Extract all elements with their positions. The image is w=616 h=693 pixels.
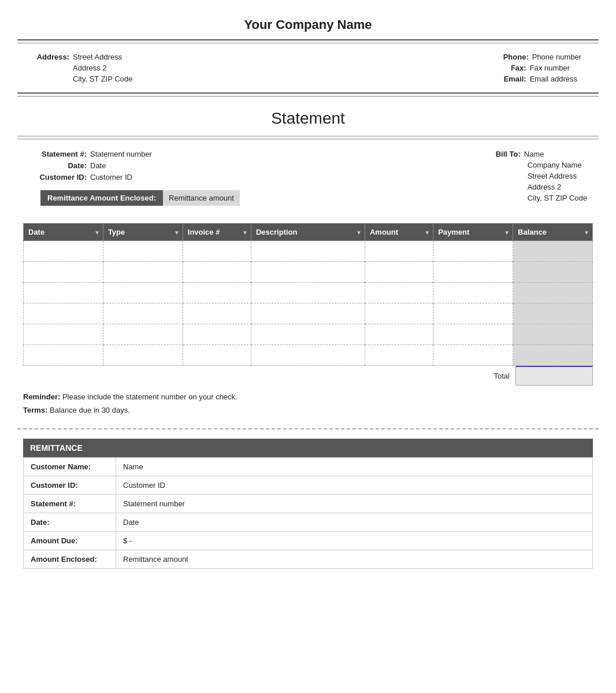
remittance-header: REMITTANCE bbox=[23, 439, 593, 457]
address-row: Address: Street Address bbox=[35, 53, 132, 61]
remit-customer-name-row: Customer Name: Name bbox=[24, 458, 593, 476]
company-address-block: Address: Street Address Address 2 City, … bbox=[35, 53, 132, 83]
cell-date-0 bbox=[24, 241, 103, 262]
cell-balance-1 bbox=[513, 262, 593, 283]
table-row bbox=[24, 283, 593, 303]
cell-date-5 bbox=[24, 345, 103, 366]
remit-statement-value: Statement number bbox=[116, 495, 593, 513]
col-header-type[interactable]: Type ▼ bbox=[103, 224, 183, 241]
statement-table: Date ▼ Type ▼ Invoice # ▼ Description ▼ … bbox=[23, 223, 593, 366]
remit-customer-name-label: Customer Name: bbox=[24, 458, 116, 476]
col-header-balance[interactable]: Balance ▼ bbox=[513, 224, 593, 241]
statement-date-value: Date bbox=[90, 161, 106, 170]
remit-amount-enclosed-label: Amount Enclosed: bbox=[24, 550, 116, 569]
city-row: City, ST ZIP Code bbox=[35, 75, 132, 83]
cell-balance-5 bbox=[513, 345, 593, 366]
cell-description-4 bbox=[251, 324, 365, 345]
bill-to-block: Bill To: Name Company Name Street Addres… bbox=[496, 150, 587, 206]
customer-id-row: Customer ID: Customer ID bbox=[29, 173, 251, 181]
terms-value: Balance due in 30 days. bbox=[50, 406, 130, 414]
total-row: Total bbox=[23, 366, 593, 386]
remit-customer-id-label: Customer ID: bbox=[24, 476, 116, 495]
phone-label: Phone: bbox=[503, 53, 529, 61]
table-row bbox=[24, 324, 593, 345]
cell-date-1 bbox=[24, 262, 103, 283]
customer-id-label: Customer ID: bbox=[29, 173, 87, 181]
remit-customer-id-value: Customer ID bbox=[116, 476, 593, 495]
address2-row: Address 2 bbox=[35, 64, 132, 72]
balance-sort-icon[interactable]: ▼ bbox=[584, 229, 589, 235]
address2-value: Address 2 bbox=[73, 64, 107, 72]
cell-balance-3 bbox=[513, 303, 593, 324]
remittance-table: Customer Name: Name Customer ID: Custome… bbox=[23, 457, 593, 569]
company-contact-block: Phone: Phone number Fax: Fax number Emai… bbox=[503, 53, 581, 83]
statement-table-section: Date ▼ Type ▼ Invoice # ▼ Description ▼ … bbox=[23, 223, 593, 386]
customer-id-value: Customer ID bbox=[90, 173, 132, 181]
statement-meta: Statement #: Statement number Date: Date… bbox=[17, 142, 599, 212]
cell-invoice-2 bbox=[183, 283, 251, 303]
cell-date-4 bbox=[24, 324, 103, 345]
bill-to-label: Bill To: bbox=[496, 150, 521, 158]
cell-description-2 bbox=[251, 283, 365, 303]
type-sort-icon[interactable]: ▼ bbox=[174, 229, 180, 235]
cell-type-2 bbox=[103, 283, 183, 303]
cell-invoice-4 bbox=[183, 324, 251, 345]
remittance-amount-label: Remittance Amount Enclosed: bbox=[40, 190, 163, 206]
cell-type-0 bbox=[103, 241, 183, 262]
city-state-zip-value: City, ST ZIP Code bbox=[73, 75, 132, 83]
col-header-date[interactable]: Date ▼ bbox=[24, 224, 103, 241]
remit-amount-due-row: Amount Due: $ - bbox=[24, 532, 593, 550]
cell-description-3 bbox=[251, 303, 365, 324]
date-sort-icon[interactable]: ▼ bbox=[94, 229, 100, 235]
col-header-invoice[interactable]: Invoice # ▼ bbox=[183, 224, 251, 241]
remittance-amount-row: Remittance Amount Enclosed: Remittance a… bbox=[40, 190, 240, 206]
desc-sort-icon[interactable]: ▼ bbox=[356, 229, 362, 235]
remit-customer-name-value: Name bbox=[116, 458, 593, 476]
cell-payment-5 bbox=[433, 345, 513, 366]
cell-type-4 bbox=[103, 324, 183, 345]
cell-date-2 bbox=[24, 283, 103, 303]
bill-to-label-row: Bill To: Name bbox=[496, 150, 544, 158]
cell-amount-4 bbox=[365, 324, 433, 345]
cell-amount-0 bbox=[365, 241, 433, 262]
reminder-section: Reminder: Please include the statement n… bbox=[17, 386, 599, 424]
cell-type-1 bbox=[103, 262, 183, 283]
cell-payment-4 bbox=[433, 324, 513, 345]
reminder-text: Reminder: Please include the statement n… bbox=[23, 392, 593, 401]
bill-to-company: Company Name bbox=[496, 161, 582, 169]
address-label: Address: bbox=[35, 53, 69, 61]
col-header-description[interactable]: Description ▼ bbox=[251, 224, 365, 241]
fax-row: Fax: Fax number bbox=[503, 64, 581, 72]
statement-date-label: Date: bbox=[29, 161, 87, 170]
statement-number-row: Statement #: Statement number bbox=[29, 150, 251, 158]
remit-date-label: Date: bbox=[24, 513, 116, 532]
terms-label: Terms: bbox=[23, 406, 47, 414]
amount-sort-icon[interactable]: ▼ bbox=[424, 229, 430, 235]
bill-to-address2: Address 2 bbox=[496, 183, 562, 191]
fax-label: Fax: bbox=[503, 64, 526, 72]
cell-amount-2 bbox=[365, 283, 433, 303]
col-header-payment[interactable]: Payment ▼ bbox=[433, 224, 513, 241]
cell-description-1 bbox=[251, 262, 365, 283]
col-header-amount[interactable]: Amount ▼ bbox=[365, 224, 433, 241]
cell-type-3 bbox=[103, 303, 183, 324]
remit-amount-enclosed-value: Remittance amount bbox=[116, 550, 593, 569]
cell-type-5 bbox=[103, 345, 183, 366]
total-label: Total bbox=[488, 368, 515, 384]
statement-date-row: Date: Date bbox=[29, 161, 251, 170]
bill-to-city: City, ST ZIP Code bbox=[496, 194, 587, 202]
table-row bbox=[24, 345, 593, 366]
remit-amount-due-label: Amount Due: bbox=[24, 532, 116, 550]
remit-amount-enclosed-row: Amount Enclosed: Remittance amount bbox=[24, 550, 593, 569]
fax-value: Fax number bbox=[530, 64, 570, 72]
cell-invoice-1 bbox=[183, 262, 251, 283]
invoice-sort-icon[interactable]: ▼ bbox=[242, 229, 248, 235]
payment-sort-icon[interactable]: ▼ bbox=[504, 229, 510, 235]
cell-payment-1 bbox=[433, 262, 513, 283]
statement-title: Statement bbox=[17, 99, 599, 134]
remit-statement-label: Statement #: bbox=[24, 495, 116, 513]
cell-payment-3 bbox=[433, 303, 513, 324]
statement-number-label: Statement #: bbox=[29, 150, 87, 158]
remit-statement-row: Statement #: Statement number bbox=[24, 495, 593, 513]
remit-customer-id-row: Customer ID: Customer ID bbox=[24, 476, 593, 495]
